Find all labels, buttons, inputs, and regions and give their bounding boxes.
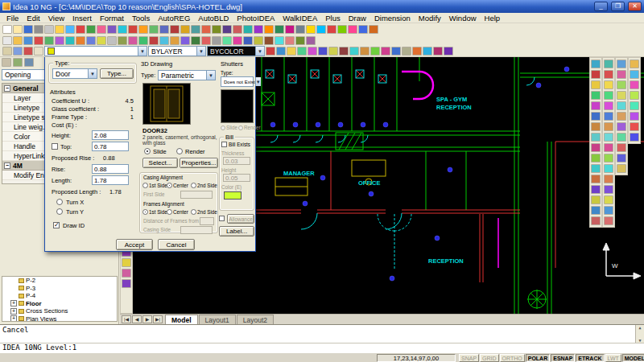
toolbar-icon[interactable]	[604, 143, 613, 152]
toolbar-icon[interactable]	[591, 70, 601, 79]
toolbar-icon[interactable]	[630, 80, 639, 89]
toolbar-icon[interactable]	[138, 25, 148, 34]
toolbar-icon[interactable]	[222, 36, 232, 45]
menu-window[interactable]: Window	[445, 14, 481, 23]
toolbar-icon[interactable]	[370, 47, 380, 56]
toolbar-icon[interactable]	[604, 154, 613, 162]
bycolor-combo[interactable]: BYCOLOR ▼	[207, 46, 265, 56]
toolbar-icon[interactable]	[604, 91, 613, 100]
close-button[interactable]: ✕	[628, 2, 642, 11]
toggle-snap[interactable]: SNAP	[459, 354, 479, 362]
toolbar-icon[interactable]	[617, 133, 626, 142]
toolbar-icon[interactable]	[13, 36, 23, 45]
toolbar-icon[interactable]	[444, 47, 453, 56]
toolbar-icon[interactable]	[149, 36, 159, 45]
toggle-model[interactable]: MODEL	[622, 354, 644, 362]
rise-field[interactable]: 0.88	[92, 164, 129, 174]
toolbar-icon[interactable]	[243, 36, 253, 45]
toolbar-icon[interactable]	[275, 25, 284, 34]
toolbar-icon[interactable]	[604, 112, 613, 121]
toolbar-icon[interactable]	[369, 25, 378, 34]
toolbar-icon[interactable]	[381, 47, 390, 56]
toolbar-icon[interactable]	[630, 133, 639, 142]
casing-center-radio[interactable]	[167, 183, 172, 188]
select-button[interactable]: Select...	[142, 158, 178, 168]
toolbar-icon[interactable]	[2, 47, 12, 56]
toolbar-icon[interactable]	[149, 25, 159, 34]
toggle-esnap[interactable]: ESNAP	[551, 354, 575, 362]
toolbar-icon[interactable]	[276, 47, 286, 56]
toolbar-icon[interactable]	[617, 164, 626, 173]
toolbar-icon[interactable]	[337, 25, 347, 34]
toolbar-icon[interactable]	[23, 47, 33, 56]
menu-view[interactable]: View	[44, 14, 68, 23]
tab-layout2[interactable]: Layout2	[237, 315, 274, 324]
tree-item-floor[interactable]: +Floor	[2, 300, 117, 308]
command-input[interactable]: IDEA 10NG Level:1	[0, 343, 644, 352]
toolbar-icon[interactable]	[159, 36, 169, 45]
properties-button[interactable]: Properties...	[180, 158, 218, 168]
toggle-polar[interactable]: POLAR	[526, 354, 551, 362]
toolbar-icon[interactable]	[297, 47, 307, 56]
bill-exists-checkbox[interactable]	[221, 142, 227, 147]
toolbar-icon[interactable]	[118, 36, 127, 45]
toolbar-icon[interactable]	[138, 36, 148, 45]
toolbar-icon[interactable]	[604, 185, 613, 194]
toolbar-icon[interactable]	[264, 25, 274, 34]
toolbar-icon[interactable]	[122, 279, 131, 288]
toolbar-icon[interactable]	[254, 25, 263, 34]
tree-item-cross-sections[interactable]: +Cross Sections	[2, 307, 117, 315]
toolbar-icon[interactable]	[13, 47, 23, 56]
height-field[interactable]: 2.08	[92, 130, 129, 140]
turn-x-radio[interactable]	[56, 199, 63, 205]
tab-scroll-prev[interactable]: ◀	[132, 315, 142, 323]
toolbar-icon[interactable]	[360, 47, 369, 56]
minimize-button[interactable]: _	[594, 2, 608, 11]
toolbar-icon[interactable]	[591, 206, 601, 215]
toolbar-icon[interactable]	[591, 164, 601, 173]
menu-photoidea[interactable]: PhotoIDEA	[233, 14, 279, 23]
toolbar-icon[interactable]	[13, 58, 23, 67]
toolbar-icon[interactable]	[308, 47, 317, 56]
command-history[interactable]: Cancel ▲▼	[0, 324, 644, 343]
toolbar-icon[interactable]	[630, 112, 639, 121]
toolbar-icon[interactable]	[604, 133, 613, 142]
frames-2nd-radio[interactable]	[191, 209, 196, 215]
toolbar-icon[interactable]	[591, 60, 601, 68]
toolbar-icon[interactable]	[327, 25, 336, 34]
command-scrollbar[interactable]: ▲▼	[635, 325, 644, 343]
toolbar-icon[interactable]	[24, 58, 34, 67]
toolbar-icon[interactable]	[191, 25, 200, 34]
menu-tools[interactable]: Tools	[128, 14, 154, 23]
toolbar-icon[interactable]	[617, 154, 626, 162]
menu-insert[interactable]: Insert	[68, 14, 96, 23]
toolbar-icon[interactable]	[222, 25, 232, 34]
toolbar-icon[interactable]	[76, 25, 85, 34]
tab-model[interactable]: Model	[165, 315, 198, 324]
toolbar-icon[interactable]	[55, 25, 64, 34]
toolbar-icon[interactable]	[617, 112, 626, 121]
render-radio[interactable]	[176, 148, 183, 154]
toolbar-icon[interactable]	[591, 216, 601, 225]
tree-item-plan-views[interactable]: +Plan Views	[2, 315, 117, 323]
menu-file[interactable]: File	[2, 14, 23, 23]
toolbar-icon[interactable]	[617, 60, 626, 68]
toolbar-icon[interactable]	[264, 36, 274, 45]
toolbar-icon[interactable]	[65, 36, 75, 45]
toolbar-icon[interactable]	[433, 47, 443, 56]
menu-help[interactable]: Help	[481, 14, 505, 23]
toolbar-icon[interactable]	[358, 25, 368, 34]
toolbar-icon[interactable]	[107, 36, 117, 45]
toolbar-icon[interactable]	[591, 185, 601, 194]
toolbar-icon[interactable]	[86, 36, 96, 45]
toolbar-icon[interactable]	[122, 258, 131, 267]
toolbar-icon[interactable]	[201, 36, 211, 45]
tree-item-p-3[interactable]: P-3	[2, 285, 117, 293]
toolbar-icon[interactable]	[212, 36, 221, 45]
drawing3d-type-combo[interactable]: Parametric ▼	[158, 70, 216, 80]
tab-scroll-first[interactable]: |◀	[122, 315, 131, 323]
toolbar-icon[interactable]	[339, 47, 349, 56]
toolbar-icon[interactable]	[591, 195, 601, 204]
toolbar-icon[interactable]	[180, 36, 190, 45]
toolbar-icon[interactable]	[266, 47, 275, 56]
